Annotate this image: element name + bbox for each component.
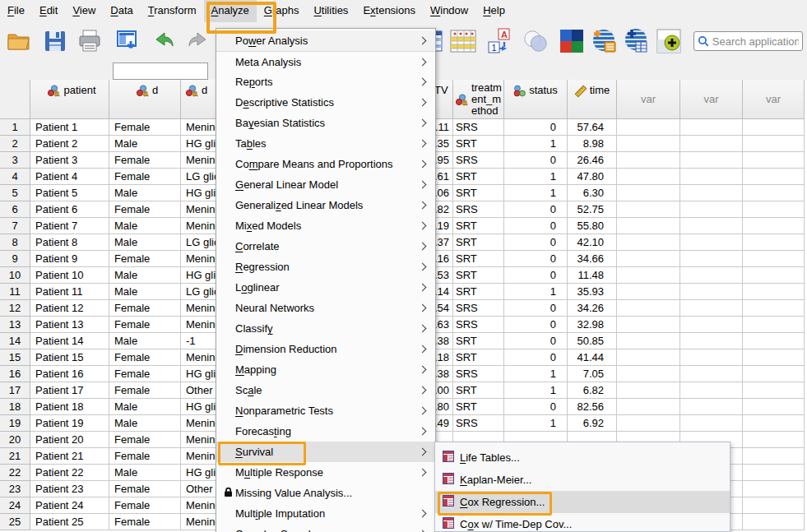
row-number[interactable]: 16 bbox=[0, 366, 30, 382]
cell-status[interactable]: 0 bbox=[504, 201, 568, 218]
insert-table-icon[interactable] bbox=[622, 27, 650, 55]
cell-sex[interactable]: Female bbox=[109, 349, 181, 366]
cell-var[interactable] bbox=[680, 333, 743, 349]
cell-treatment-method[interactable]: SRS bbox=[453, 119, 504, 136]
cell-var[interactable] bbox=[617, 251, 680, 267]
cell-sex[interactable]: Male bbox=[109, 415, 181, 432]
cell-var[interactable] bbox=[617, 317, 680, 333]
cell-var[interactable] bbox=[617, 349, 680, 366]
cell-var[interactable] bbox=[743, 136, 805, 152]
cell-var[interactable] bbox=[680, 349, 743, 366]
analyze-menu-item-neural-networks[interactable]: Neural Networks bbox=[216, 298, 435, 318]
cell-status[interactable]: 1 bbox=[504, 169, 568, 185]
cell-patient[interactable]: Patient 1 bbox=[30, 119, 109, 136]
cell-sex[interactable]: Female bbox=[109, 169, 181, 185]
cell-var[interactable] bbox=[743, 514, 805, 530]
cell-treatment-method[interactable]: SRS bbox=[453, 300, 504, 317]
cell-var[interactable] bbox=[680, 300, 743, 317]
use-sets-icon[interactable] bbox=[522, 27, 550, 55]
analyze-menu-item-tables[interactable]: Tables bbox=[216, 133, 435, 154]
cell-var[interactable] bbox=[743, 317, 805, 333]
cell-var[interactable] bbox=[680, 415, 743, 432]
cell-time[interactable]: 6.82 bbox=[568, 382, 617, 399]
cell-patient[interactable]: Patient 23 bbox=[30, 481, 109, 497]
cell-sex[interactable]: Female bbox=[109, 497, 181, 514]
cell-sex[interactable]: Male bbox=[109, 465, 181, 481]
column-header-time[interactable]: time bbox=[568, 80, 617, 119]
cell-var[interactable] bbox=[680, 218, 743, 234]
cell-status[interactable]: 0 bbox=[504, 333, 568, 349]
cell-var[interactable] bbox=[680, 366, 743, 382]
cell-var[interactable] bbox=[617, 382, 680, 399]
cell-status[interactable]: 1 bbox=[504, 415, 568, 432]
print-icon[interactable] bbox=[76, 27, 104, 55]
cell-treatment-method[interactable]: SRS bbox=[453, 366, 504, 382]
cell-time[interactable]: 50.85 bbox=[568, 333, 617, 349]
cell-patient[interactable]: Patient 21 bbox=[30, 448, 109, 465]
cell-patient[interactable]: Patient 22 bbox=[30, 465, 109, 481]
cell-var[interactable] bbox=[743, 300, 805, 317]
cell-patient[interactable]: Patient 16 bbox=[30, 366, 109, 382]
menubar-item-window[interactable]: Window bbox=[423, 0, 475, 22]
cell-var[interactable] bbox=[743, 119, 805, 136]
cell-patient[interactable]: Patient 17 bbox=[30, 382, 109, 399]
cell-status[interactable]: 0 bbox=[504, 317, 568, 333]
row-number[interactable]: 25 bbox=[0, 514, 30, 530]
cell-var[interactable] bbox=[743, 251, 805, 267]
cell-sex[interactable]: Male bbox=[109, 234, 181, 251]
cell-var[interactable] bbox=[617, 267, 680, 284]
cell-treatment-method[interactable]: SRT bbox=[453, 218, 504, 234]
row-number[interactable]: 1 bbox=[0, 119, 30, 136]
row-number[interactable]: 13 bbox=[0, 317, 30, 333]
analyze-menu-item-loglinear[interactable]: Loglinear bbox=[216, 277, 435, 298]
cell-time[interactable]: 52.75 bbox=[568, 201, 617, 218]
row-number[interactable]: 10 bbox=[0, 267, 30, 284]
cell-time[interactable]: 6.92 bbox=[568, 415, 617, 432]
cell-var[interactable] bbox=[743, 333, 805, 349]
cell-var[interactable] bbox=[743, 218, 805, 234]
cell-var[interactable] bbox=[743, 185, 805, 201]
cell-sex[interactable]: Female bbox=[109, 514, 181, 530]
cell-patient[interactable]: Patient 12 bbox=[30, 300, 109, 317]
cell-status[interactable]: 1 bbox=[504, 366, 568, 382]
cell-sex[interactable]: Female bbox=[109, 382, 181, 399]
menubar-item-file[interactable]: File bbox=[0, 0, 32, 22]
analyze-menu-item-reports[interactable]: Reports bbox=[216, 72, 435, 92]
cell-var[interactable] bbox=[680, 317, 743, 333]
column-header-treatment-method[interactable]: a treatment_method bbox=[453, 80, 504, 119]
cell-treatment-method[interactable]: SRT bbox=[453, 267, 504, 284]
analyze-menu-item-bayesian-statistics[interactable]: Bayesian Statistics bbox=[216, 113, 435, 133]
row-number[interactable]: 15 bbox=[0, 349, 30, 366]
row-number[interactable]: 24 bbox=[0, 497, 30, 514]
cell-status[interactable]: 0 bbox=[504, 399, 568, 415]
analyze-menu-item-missing-value-analysis[interactable]: Missing Value Analysis... bbox=[216, 483, 435, 503]
row-number[interactable]: 8 bbox=[0, 234, 30, 251]
cell-var[interactable] bbox=[617, 136, 680, 152]
cell-var[interactable] bbox=[680, 267, 743, 284]
insert-form-icon[interactable] bbox=[591, 27, 619, 55]
row-number[interactable]: 6 bbox=[0, 201, 30, 218]
analyze-menu-item-meta-analysis[interactable]: Meta Analysis bbox=[216, 51, 435, 72]
cell-treatment-method[interactable]: SRT bbox=[453, 284, 504, 300]
analyze-menu-item-nonparametric-tests[interactable]: Nonparametric Tests bbox=[216, 400, 435, 421]
cell-status[interactable]: 0 bbox=[504, 349, 568, 366]
cell-sex[interactable]: Female bbox=[109, 119, 181, 136]
row-number[interactable]: 17 bbox=[0, 382, 30, 399]
analyze-menu-item-multiple-imputation[interactable]: Multiple Imputation bbox=[216, 503, 435, 524]
cell-var[interactable] bbox=[617, 234, 680, 251]
cell-time[interactable]: 34.26 bbox=[568, 300, 617, 317]
cell-treatment-method[interactable]: SRT bbox=[453, 399, 504, 415]
value-labels-icon[interactable]: A1 bbox=[487, 27, 515, 55]
column-header-var[interactable]: var bbox=[617, 80, 680, 119]
analyze-menu-item-classify[interactable]: Classify bbox=[216, 318, 435, 339]
survival-submenu-item-cox-regression[interactable]: Cox Regression... bbox=[435, 491, 730, 513]
row-number[interactable]: 12 bbox=[0, 300, 30, 317]
cell-var[interactable] bbox=[680, 152, 743, 169]
save-icon[interactable] bbox=[41, 27, 69, 55]
cell-status[interactable]: 1 bbox=[504, 185, 568, 201]
cell-patient[interactable]: Patient 10 bbox=[30, 267, 109, 284]
cell-sex[interactable]: Male bbox=[109, 399, 181, 415]
cell-sex[interactable]: Male bbox=[109, 333, 181, 349]
cell-var[interactable] bbox=[680, 382, 743, 399]
cell-time[interactable]: 26.46 bbox=[568, 152, 617, 169]
